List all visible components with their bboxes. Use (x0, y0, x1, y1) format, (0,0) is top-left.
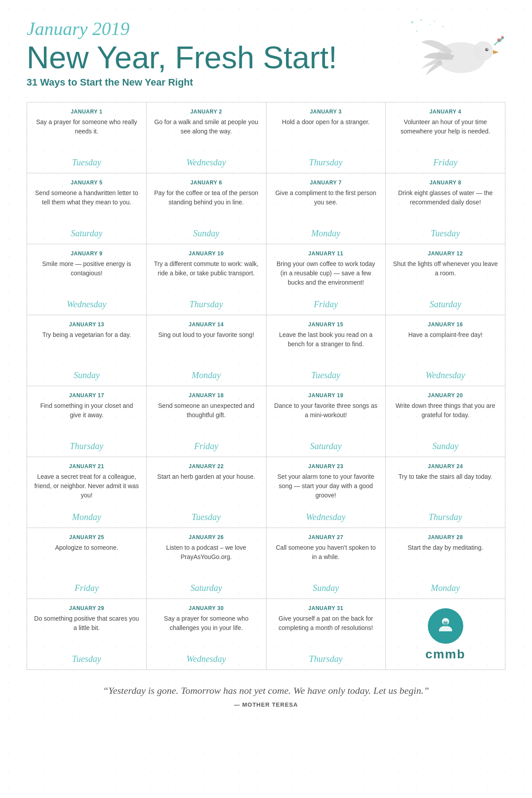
day-text: Pay for the coffee or tea of the person … (154, 188, 259, 225)
day-label: JANUARY 18 (189, 392, 224, 399)
day-name: Tuesday (72, 157, 102, 168)
calendar-day-21: JANUARY 21Leave a secret treat for a col… (27, 457, 147, 528)
svg-point-7 (473, 41, 493, 61)
day-name: Thursday (70, 441, 104, 451)
day-label: JANUARY 7 (310, 180, 342, 186)
day-name: Monday (72, 512, 102, 522)
day-name: Saturday (430, 299, 461, 309)
calendar-day-22: JANUARY 22Start an herb garden at your h… (147, 457, 266, 528)
day-label: JANUARY 30 (189, 605, 224, 611)
day-text: Volunteer an hour of your time somewhere… (393, 117, 498, 154)
day-name: Tuesday (311, 370, 340, 380)
day-name: Tuesday (431, 228, 460, 239)
day-name: Sunday (193, 228, 219, 239)
day-label: JANUARY 28 (428, 534, 463, 540)
day-name: Friday (314, 299, 338, 309)
svg-point-0 (411, 21, 414, 23)
svg-point-9 (485, 48, 489, 51)
day-name: Thursday (309, 654, 343, 664)
quote-text: “Yesterday is gone. Tomorrow has not yet… (44, 683, 488, 698)
day-text: Smile more — positive energy is contagio… (34, 259, 139, 296)
svg-point-4 (434, 21, 435, 22)
day-text: Say a prayer for someone who really need… (34, 117, 139, 154)
day-label: JANUARY 24 (428, 463, 463, 469)
day-label: JANUARY 13 (69, 321, 104, 328)
calendar-day-15: JANUARY 15Leave the last book you read o… (266, 315, 386, 386)
calendar-day-1: JANUARY 1Say a prayer for someone who re… (27, 102, 147, 173)
day-name: Wednesday (187, 157, 226, 168)
day-text: Have a complaint-free day! (408, 330, 482, 367)
day-name: Thursday (429, 512, 462, 522)
day-text: Give a compliment to the first person yo… (274, 188, 379, 225)
day-label: JANUARY 15 (308, 321, 343, 328)
day-label: JANUARY 16 (428, 321, 463, 328)
day-label: JANUARY 5 (70, 180, 102, 186)
content: January 2019 New Year, Fresh Start! 31 W… (27, 18, 505, 708)
day-name: Sunday (313, 583, 339, 593)
day-label: JANUARY 17 (69, 392, 104, 399)
calendar-day-7: JANUARY 7Give a compliment to the first … (266, 173, 386, 244)
day-label: JANUARY 6 (190, 180, 222, 186)
calendar-day-26: JANUARY 26Listen to a podcast – we love … (147, 528, 266, 599)
day-name: Wednesday (306, 512, 345, 522)
cursive-title: January 2019 (27, 18, 408, 40)
svg-point-14 (501, 36, 504, 39)
day-text: Leave a secret treat for a colleague, fr… (34, 472, 139, 509)
day-text: Go for a walk and smile at people you se… (154, 117, 259, 154)
dove-icon (408, 18, 505, 98)
day-label: JANUARY 2 (190, 109, 222, 115)
day-name: Saturday (190, 583, 222, 593)
day-name: Friday (194, 441, 218, 451)
calendar-day-24: JANUARY 24Try to take the stairs all day… (386, 457, 505, 528)
day-name: Monday (311, 228, 340, 239)
svg-point-5 (442, 26, 444, 27)
calendar-day-31: JANUARY 31Give yourself a pat on the bac… (266, 599, 386, 670)
svg-point-1 (420, 19, 422, 21)
cmmb-circle-icon (428, 608, 463, 644)
day-text: Shut the lights off whenever you leave a… (393, 259, 498, 296)
header-left: January 2019 New Year, Fresh Start! 31 W… (27, 18, 408, 97)
day-name: Monday (431, 583, 460, 593)
day-label: JANUARY 21 (69, 463, 104, 469)
calendar-day-10: JANUARY 10Try a different commute to wor… (147, 244, 266, 315)
day-label: JANUARY 22 (189, 463, 224, 469)
day-text: Start the day by meditating. (407, 543, 483, 579)
main-title: New Year, Fresh Start! (27, 42, 408, 73)
day-name: Sunday (432, 441, 458, 451)
calendar-day-14: JANUARY 14Sing out loud to your favorite… (147, 315, 266, 386)
day-name: Tuesday (72, 654, 102, 664)
day-text: Say a prayer for someone who challenges … (154, 614, 259, 650)
calendar-day-9: JANUARY 9Smile more — positive energy is… (27, 244, 147, 315)
day-text: Try being a vegetarian for a day. (42, 330, 131, 367)
header: January 2019 New Year, Fresh Start! 31 W… (27, 18, 505, 98)
day-label: JANUARY 10 (189, 250, 224, 257)
subtitle: 31 Ways to Start the New Year Right (27, 77, 408, 88)
calendar-day-17: JANUARY 17Find something in your closet … (27, 386, 147, 457)
calendar-day-18: JANUARY 18Send someone an unexpected and… (147, 386, 266, 457)
footer-quote: “Yesterday is gone. Tomorrow has not yet… (27, 683, 505, 708)
svg-point-13 (497, 39, 501, 42)
day-text: Listen to a podcast – we love PrayAsYouG… (154, 543, 259, 579)
day-label: JANUARY 11 (308, 250, 343, 257)
calendar-day-29: JANUARY 29Do something positive that sca… (27, 599, 147, 670)
day-name: Saturday (71, 228, 102, 239)
day-text: Dance to your favorite three songs as a … (274, 401, 379, 438)
dove-container (408, 18, 505, 98)
day-name: Monday (192, 370, 221, 380)
svg-marker-8 (493, 50, 499, 54)
day-text: Write down three things that you are gra… (393, 401, 498, 438)
day-name: Wednesday (426, 370, 465, 380)
day-name: Thursday (309, 157, 343, 168)
calendar-grid: JANUARY 1Say a prayer for someone who re… (27, 102, 505, 670)
day-name: Saturday (310, 441, 341, 451)
cmmb-logo: cmmb (425, 605, 465, 664)
day-text: Call someone you haven't spoken to in a … (274, 543, 379, 579)
day-label: JANUARY 26 (189, 534, 224, 540)
day-text: Give yourself a pat on the back for comp… (274, 614, 379, 650)
day-label: JANUARY 19 (308, 392, 343, 399)
day-label: JANUARY 1 (70, 109, 102, 115)
day-text: Drink eight glasses of water — the recom… (393, 188, 498, 225)
day-name: Wednesday (67, 299, 106, 309)
day-text: Leave the last book you read on a bench … (274, 330, 379, 367)
calendar-day-11: JANUARY 11Bring your own coffee to work … (266, 244, 386, 315)
